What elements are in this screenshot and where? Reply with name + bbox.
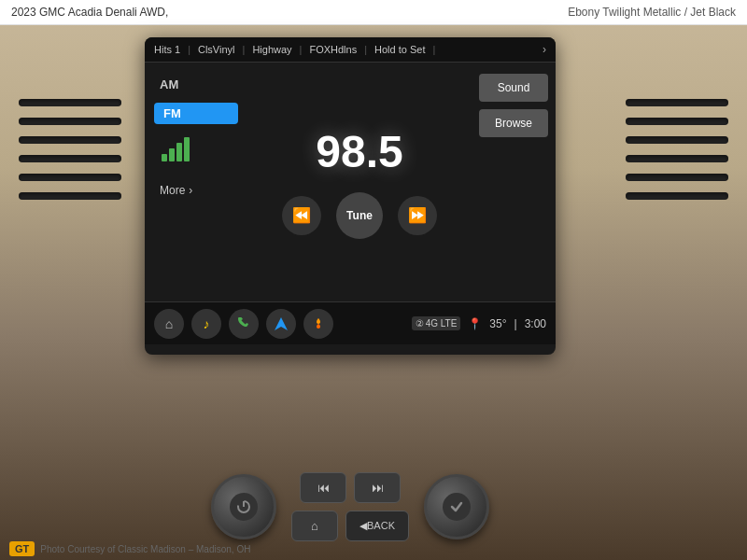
sound-button[interactable]: Sound [479, 74, 548, 102]
svg-rect-2 [176, 143, 182, 161]
vent-left [19, 56, 121, 243]
source-panel: AM FM More › [145, 63, 247, 301]
screen-nav: Hits 1 | ClsVinyl | Highway | FOXHdlns |… [145, 37, 556, 63]
vent-right [626, 56, 728, 243]
vent-slot [19, 118, 121, 125]
back-physical-button[interactable]: ◀BACK [345, 511, 409, 541]
circle-2: ② [416, 318, 424, 329]
nav-foxhdlns[interactable]: FOXHdlns [309, 44, 357, 55]
right-panel: Sound Browse [472, 63, 556, 301]
nav-hold-to-set[interactable]: Hold to Set [374, 44, 425, 55]
center-panel: 98.5 ⏪ Tune ⏩ [247, 63, 472, 301]
playback-controls: ⏪ Tune ⏩ [282, 192, 437, 239]
time-display: 3:00 [525, 317, 546, 330]
confirm-knob[interactable] [424, 474, 489, 539]
power-knob[interactable] [211, 474, 276, 539]
tune-button[interactable]: Tune [336, 192, 383, 239]
station-display: 98.5 [316, 126, 402, 177]
home-physical-button[interactable]: ⌂ [291, 511, 338, 541]
nav-divider: | [432, 44, 435, 55]
am-button[interactable]: AM [154, 74, 238, 95]
vent-slot [626, 99, 728, 106]
gt-logo: GT [9, 541, 35, 556]
nav-icon[interactable] [266, 309, 296, 339]
vent-slot [19, 174, 121, 181]
next-track-button[interactable]: ⏭ [354, 472, 401, 503]
more-chevron-icon: › [189, 184, 192, 197]
title-bar: 2023 GMC Acadia Denali AWD, Ebony Twilig… [0, 0, 747, 25]
nav-divider: | [188, 44, 190, 55]
phone-icon[interactable] [229, 309, 259, 339]
svg-rect-0 [162, 154, 167, 161]
check-icon [443, 493, 471, 521]
nav-hits1[interactable]: Hits 1 [154, 44, 180, 55]
nav-clsvinyl[interactable]: ClsVinyl [198, 44, 235, 55]
vent-slot [626, 155, 728, 162]
temperature-display: 35° [489, 317, 506, 330]
vent-slot [626, 192, 728, 200]
vent-slot [19, 192, 121, 200]
nav-divider: | [364, 44, 367, 55]
top-button-row: ⏮ ⏭ [300, 472, 401, 503]
car-title-right: Ebony Twilight Metallic / Jet Black [568, 6, 736, 19]
nav-divider: | [243, 44, 246, 55]
vent-slot [626, 118, 728, 125]
physical-controls: ⏮ ⏭ ⌂ ◀BACK [145, 472, 556, 541]
lte-label: 4G LTE [426, 318, 458, 329]
browse-button[interactable]: Browse [479, 109, 548, 137]
page-container: 2023 GMC Acadia Denali AWD, Ebony Twilig… [0, 0, 747, 560]
vent-slot [19, 99, 121, 106]
rewind-button[interactable]: ⏪ [282, 196, 321, 235]
watermark: GT Photo Courtesy of Classic Madison – M… [9, 541, 250, 556]
nav-highway[interactable]: Highway [252, 44, 291, 55]
infotainment-screen: Hits 1 | ClsVinyl | Highway | FOXHdlns |… [145, 37, 556, 355]
center-button-cluster: ⏮ ⏭ ⌂ ◀BACK [291, 472, 409, 541]
nav-divider: | [300, 44, 303, 55]
status-bar: ⌂ ♪ ② 4G LTE [145, 301, 556, 344]
vent-slot [626, 136, 728, 144]
more-button[interactable]: More › [154, 180, 238, 201]
car-title-left: 2023 GMC Acadia Denali AWD, [11, 6, 168, 19]
more-label: More [160, 184, 185, 197]
location-icon: 📍 [468, 317, 482, 330]
apps-icon[interactable] [303, 309, 333, 339]
watermark-text: Photo Courtesy of Classic Madison – Madi… [40, 544, 250, 554]
svg-rect-1 [169, 148, 175, 161]
power-icon [230, 493, 258, 521]
vent-slot [19, 155, 121, 162]
vent-slot [19, 136, 121, 144]
music-icon[interactable]: ♪ [191, 309, 221, 339]
signal-icon [154, 132, 238, 173]
nav-forward-arrow[interactable]: › [543, 43, 546, 56]
home-icon[interactable]: ⌂ [154, 309, 184, 339]
divider: | [514, 317, 517, 330]
screen-main-content: AM FM More › 98.5 [145, 63, 556, 301]
vent-slot [626, 174, 728, 181]
fm-button[interactable]: FM [154, 103, 238, 124]
svg-rect-3 [184, 137, 190, 161]
bottom-button-row: ⌂ ◀BACK [291, 511, 409, 541]
prev-track-button[interactable]: ⏮ [300, 472, 346, 503]
lte-badge: ② 4G LTE [412, 316, 461, 330]
fast-forward-button[interactable]: ⏩ [398, 196, 437, 235]
status-right: ② 4G LTE 📍 35° | 3:00 [412, 316, 546, 330]
